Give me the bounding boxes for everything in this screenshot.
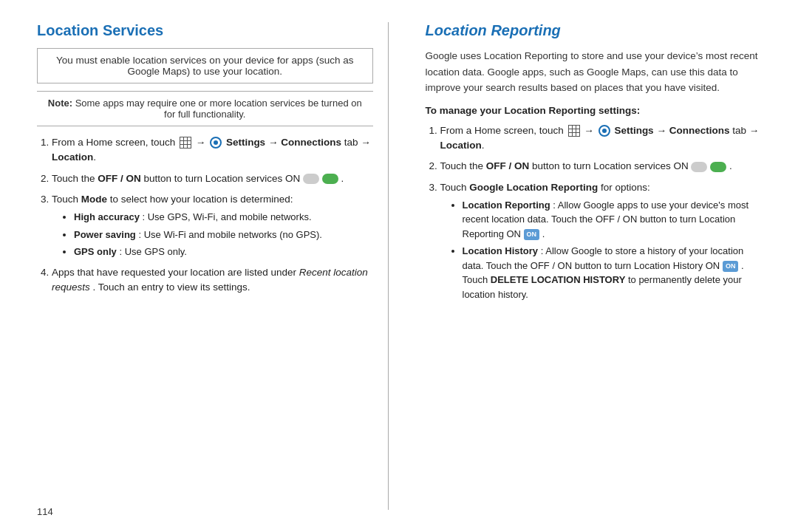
step1-location: Location — [52, 151, 93, 163]
rstep1-tab: tab → — [732, 125, 759, 136]
step2-period: . — [341, 173, 344, 184]
rbullet1-period: . — [542, 228, 545, 239]
rbullet2-bold: Location History — [463, 245, 539, 256]
step3-mode: Mode — [81, 194, 107, 205]
manage-heading: To manage your Location Reporting settin… — [426, 105, 762, 116]
step1-settings: Settings — [226, 137, 265, 148]
settings-icon-right — [598, 125, 610, 137]
right-steps-list: From a Home screen, touch → Settings → C… — [426, 123, 762, 302]
toggle-on-blue-2: ON — [723, 261, 739, 273]
grid-icon-right — [568, 125, 580, 137]
rstep1-connections: Connections — [669, 125, 730, 136]
step1-arrow1: → — [196, 137, 208, 148]
rbullet1-bold: Location Reporting — [463, 200, 550, 211]
settings-icon — [210, 137, 222, 149]
rstep2-offon: OFF / ON — [486, 160, 530, 171]
rstep2-period: . — [729, 160, 732, 171]
bullet1-text: : Use GPS, Wi-Fi, and mobile networks. — [143, 211, 312, 222]
right-step-2: Touch the OFF / ON button to turn Locati… — [440, 159, 762, 174]
bullet-high-accuracy: High accuracy : Use GPS, Wi-Fi, and mobi… — [74, 210, 373, 225]
left-title: Location Services — [37, 22, 373, 39]
rstep2-before: Touch the — [440, 160, 486, 171]
left-steps-list: From a Home screen, touch → Settings → C… — [37, 135, 373, 295]
rstep1-settings: Settings — [614, 125, 653, 136]
note-text: Some apps may require one or more locati… — [72, 98, 362, 120]
rstep2-middle: button to turn Location services ON — [532, 160, 691, 171]
bullet-gps-only: GPS only : Use GPS only. — [74, 245, 373, 259]
step1-period: . — [93, 151, 96, 163]
rstep1-before: From a Home screen, touch — [440, 125, 567, 136]
step1-connections: Connections — [281, 137, 341, 148]
toggle-on-green-left — [322, 174, 338, 184]
toggle-off-right — [691, 162, 707, 172]
page-number: 114 — [37, 506, 53, 517]
rbullet2-delete: DELETE LOCATION HISTORY — [491, 274, 626, 285]
step2-offon: OFF / ON — [98, 173, 141, 184]
toggle-off-left — [303, 174, 319, 184]
right-title: Location Reporting — [426, 22, 762, 39]
right-intro: Google uses Location Reporting to store … — [426, 48, 762, 96]
bullet-power-saving: Power saving : Use Wi-Fi and mobile netw… — [74, 228, 373, 242]
step2-before: Touch the — [52, 173, 98, 184]
intro-box: You must enable location services on you… — [37, 48, 373, 83]
left-bullets: High accuracy : Use GPS, Wi-Fi, and mobi… — [52, 210, 373, 259]
step3-before: Touch — [52, 194, 81, 205]
rstep3-after: for options: — [601, 182, 650, 193]
rstep3-before: Touch — [440, 182, 470, 193]
step4-after: . Touch an entry to view its settings. — [93, 282, 250, 293]
right-column: Location Reporting Google uses Location … — [418, 22, 762, 510]
step2-middle: button to turn Location services ON — [144, 173, 303, 184]
step4-before: Apps that have requested your location a… — [52, 267, 296, 278]
rbullet-history: Location History : Allow Google to store… — [463, 244, 762, 301]
bullet2-text: : Use Wi-Fi and mobile networks (no GPS)… — [138, 229, 322, 240]
bullet2-bold: Power saving — [74, 229, 136, 240]
rstep3-google: Google Location Reporting — [469, 182, 598, 193]
right-step-3: Touch Google Location Reporting for opti… — [440, 180, 762, 302]
rstep1-arrow1: → — [584, 125, 596, 136]
toggle-on-green-right — [710, 162, 726, 172]
note-box: Note: Some apps may require one or more … — [37, 91, 373, 126]
left-column: Location Services You must enable locati… — [37, 22, 389, 510]
toggle-on-blue-1: ON — [524, 229, 540, 241]
step3-after: to select how your location is determine… — [110, 194, 293, 205]
bullet3-bold: GPS only — [74, 246, 117, 257]
left-step-2: Touch the OFF / ON button to turn Locati… — [52, 171, 373, 186]
grid-icon — [180, 137, 191, 149]
rstep1-arrow2: → — [656, 125, 669, 136]
rbullet-reporting: Location Reporting : Allow Google apps t… — [463, 198, 762, 242]
left-step-3: Touch Mode to select how your location i… — [52, 192, 373, 259]
bullet3-text: : Use GPS only. — [119, 246, 187, 257]
left-step-4: Apps that have requested your location a… — [52, 265, 373, 296]
left-step-1: From a Home screen, touch → Settings → C… — [52, 135, 373, 166]
step1-arrow2: → — [268, 137, 281, 148]
rstep1-location: Location — [440, 140, 482, 151]
step1-tab: tab → — [344, 137, 371, 148]
note-bold: Note: — [48, 98, 72, 109]
rstep1-period: . — [482, 140, 485, 151]
intro-text: You must enable location services on you… — [56, 55, 353, 77]
step1-before: From a Home screen, touch — [52, 137, 178, 148]
right-step-1: From a Home screen, touch → Settings → C… — [440, 123, 762, 154]
bullet1-bold: High accuracy — [74, 211, 140, 222]
right-bullets: Location Reporting : Allow Google apps t… — [440, 198, 762, 302]
